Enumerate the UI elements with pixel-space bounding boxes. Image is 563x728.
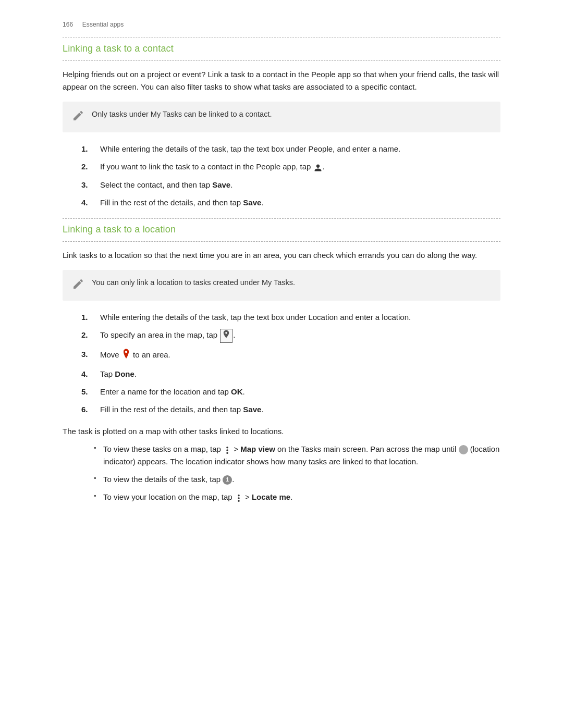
step-contact-3: Select the contact, and then tap Save.	[63, 179, 500, 191]
svg-point-3	[226, 449, 228, 451]
menu-dots-icon-1	[224, 446, 231, 454]
bold-map-view: Map view	[240, 445, 275, 453]
svg-point-5	[238, 495, 240, 497]
step-location-6-text: Fill in the rest of the details, and the…	[100, 403, 500, 416]
section-label: Essential apps	[82, 21, 124, 28]
steps-list-location: While entering the details of the task, …	[63, 311, 500, 416]
bold-done: Done	[115, 369, 134, 378]
step-location-4: Tap Done.	[63, 368, 500, 380]
page-header: 166 Essential apps	[63, 21, 500, 28]
step-contact-4-text: Fill in the rest of the details, and the…	[100, 196, 500, 209]
step-location-5-text: Enter a name for the location and tap OK…	[100, 386, 500, 398]
section-title-contact: Linking a task to a contact	[63, 43, 500, 54]
bold-save-3: Save	[212, 180, 230, 189]
bullet-locate-me: To view your location on the map, tap > …	[94, 491, 500, 503]
svg-point-1	[125, 351, 127, 353]
map-area-icon	[220, 329, 232, 343]
bullet-map-view: To view these tasks on a map, tap > Map …	[94, 443, 500, 468]
note-text-contact: Only tasks under My Tasks can be linked …	[92, 109, 272, 120]
menu-dots-icon-2	[235, 493, 242, 502]
map-pin-icon	[121, 348, 131, 363]
svg-point-4	[226, 452, 228, 454]
step-contact-1-text: While entering the details of the task, …	[100, 143, 500, 155]
step-location-2-text: To specify an area in the map, tap .	[100, 329, 500, 343]
step-location-3-text: Move to an area.	[100, 348, 500, 363]
note-icon-location	[72, 278, 84, 293]
location-indicator-1	[459, 445, 468, 454]
note-text-location: You can only link a location to tasks cr…	[92, 277, 295, 289]
location-indicator-numbered: 1	[223, 475, 232, 485]
note-box-location: You can only link a location to tasks cr…	[63, 270, 500, 301]
bold-locate-me: Locate me	[252, 492, 290, 501]
bold-save-4: Save	[243, 198, 261, 207]
note-icon-contact	[72, 109, 84, 125]
note-box-contact: Only tasks under My Tasks can be linked …	[63, 102, 500, 132]
step-location-1: While entering the details of the task, …	[63, 311, 500, 324]
step-contact-1: While entering the details of the task, …	[63, 143, 500, 155]
steps-list-contact: While entering the details of the task, …	[63, 143, 500, 209]
svg-point-6	[238, 497, 240, 499]
step-contact-2-text: If you want to link the task to a contac…	[100, 161, 500, 174]
section-location: Linking a task to a location Link tasks …	[63, 218, 500, 503]
step-contact-3-text: Select the contact, and then tap Save.	[100, 179, 500, 191]
step-location-5: Enter a name for the location and tap OK…	[63, 386, 500, 398]
svg-point-7	[238, 500, 240, 502]
step-contact-2: If you want to link the task to a contac…	[63, 161, 500, 174]
section-desc-contact: Helping friends out on a project or even…	[63, 68, 500, 93]
person-icon	[314, 161, 322, 174]
step-location-2: To specify an area in the map, tap .	[63, 329, 500, 343]
bold-save-6: Save	[243, 405, 261, 414]
section-divider-bottom-contact	[63, 60, 500, 61]
section-divider-top-location	[63, 218, 500, 219]
bottom-note-location: The task is plotted on a map with other …	[63, 425, 500, 438]
step-location-1-text: While entering the details of the task, …	[100, 311, 500, 324]
bullet-task-details: To view the details of the task, tap 1.	[94, 473, 500, 486]
section-contact: Linking a task to a contact Helping frie…	[63, 38, 500, 209]
bold-ok: OK	[231, 387, 243, 396]
step-location-3: Move to an area.	[63, 348, 500, 363]
bullets-list-location: To view these tasks on a map, tap > Map …	[63, 443, 500, 503]
section-divider-bottom-location	[63, 241, 500, 242]
page-number: 166	[63, 21, 73, 28]
section-title-location: Linking a task to a location	[63, 224, 500, 235]
section-divider-top-contact	[63, 38, 500, 38]
step-location-4-text: Tap Done.	[100, 368, 500, 380]
svg-point-2	[226, 447, 228, 449]
step-location-6: Fill in the rest of the details, and the…	[63, 403, 500, 416]
step-contact-4: Fill in the rest of the details, and the…	[63, 196, 500, 209]
section-desc-location: Link tasks to a location so that the nex…	[63, 249, 500, 262]
